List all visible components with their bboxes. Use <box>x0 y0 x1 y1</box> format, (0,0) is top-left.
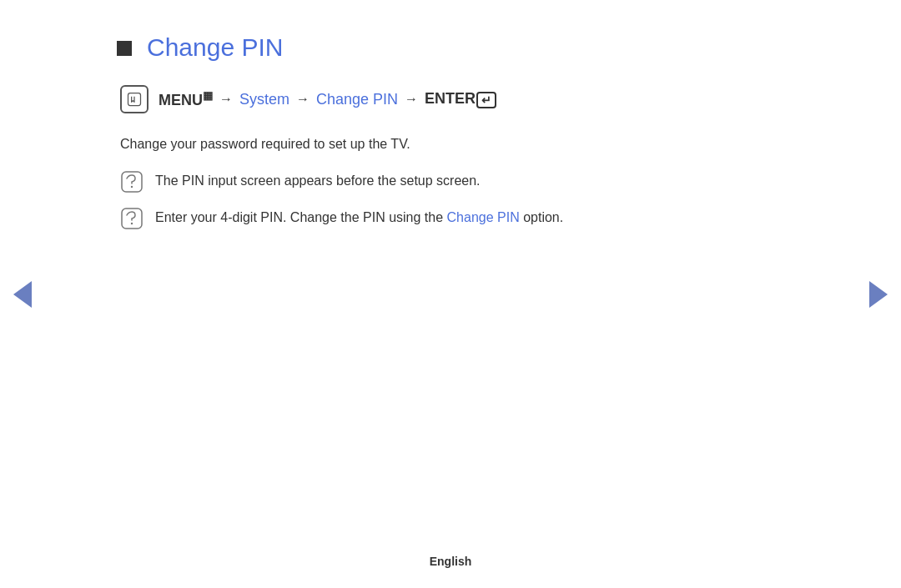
svg-point-2 <box>131 185 133 187</box>
next-button[interactable] <box>866 282 891 307</box>
note-text-1: The PIN input screen appears before the … <box>155 170 481 192</box>
nav-arrow-3: → <box>405 92 418 107</box>
next-arrow-icon <box>869 281 888 308</box>
title-row: Change PIN <box>117 33 784 62</box>
title-square-icon <box>117 41 132 56</box>
footer-language: English <box>430 555 472 568</box>
svg-point-4 <box>131 222 133 224</box>
nav-system-link[interactable]: System <box>239 91 289 108</box>
nav-arrow-2: → <box>296 92 310 107</box>
note-icon-2 <box>120 207 143 230</box>
note-row-2: Enter your 4-digit PIN. Change the PIN u… <box>117 207 784 230</box>
note-2-after: option. <box>520 210 563 224</box>
note-2-link[interactable]: Change PIN <box>447 210 520 224</box>
enter-label: ENTER↵ <box>425 90 496 108</box>
enter-icon: ↵ <box>476 92 496 108</box>
description-text: Change your password required to set up … <box>117 133 784 155</box>
note-icon-1 <box>120 170 143 193</box>
note-row-1: The PIN input screen appears before the … <box>117 170 784 193</box>
menu-label: MENU▦ <box>159 89 213 109</box>
menu-icon <box>120 85 148 113</box>
nav-arrow-1: → <box>219 92 233 107</box>
nav-path: MENU▦ → System → Change PIN → ENTER↵ <box>117 85 784 113</box>
prev-arrow-icon <box>13 281 32 308</box>
nav-change-pin-link[interactable]: Change PIN <box>316 91 398 108</box>
main-content: Change PIN MENU▦ → System → Change PIN →… <box>50 0 851 277</box>
note-2-before: Enter your 4-digit PIN. Change the PIN u… <box>155 210 447 224</box>
note-text-2: Enter your 4-digit PIN. Change the PIN u… <box>155 207 563 229</box>
page-title: Change PIN <box>147 33 283 62</box>
prev-button[interactable] <box>10 282 35 307</box>
